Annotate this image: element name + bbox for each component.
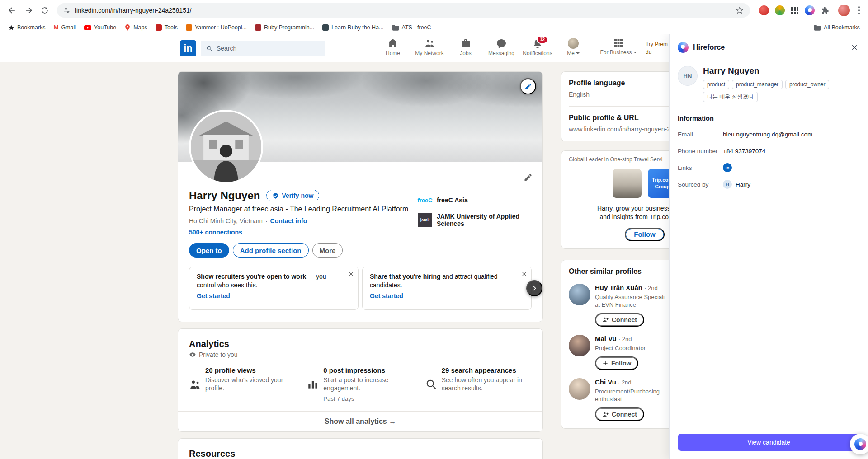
tag: product [703,80,729,89]
linkedin-logo[interactable]: in [180,40,196,56]
close-panel-button[interactable] [849,42,860,53]
view-candidate-button[interactable]: View candidate [678,434,860,451]
ad-follow-button[interactable]: Follow [625,228,665,241]
bookmark-item-maps[interactable]: Maps [121,23,151,33]
show-all-analytics-link[interactable]: Show all analytics → [178,411,542,431]
search-icon [206,45,213,52]
close-icon[interactable] [348,271,354,277]
bookmark-item-ats-freec[interactable]: ATS - freeC [388,23,435,32]
profile-photo[interactable] [189,110,263,184]
avatar[interactable] [569,335,590,356]
search-appearances-stat[interactable]: 29 search appearancesSee how often you a… [425,366,532,402]
youtube-icon [84,24,91,31]
premium-text-line2: du [646,48,668,56]
bookmark-item-tools[interactable]: Tools [152,23,181,32]
connect-button[interactable]: Connect [595,313,644,327]
bookmark-item-gmail[interactable]: MGmail [50,23,80,32]
person-name[interactable]: Huy Trần Xuân [595,284,642,291]
hireforce-body: HN Harry Nguyen product product_manager … [670,61,868,427]
site-info-icon[interactable] [63,7,71,14]
ruby-book-icon [255,24,261,31]
avatar[interactable] [569,284,590,305]
back-button[interactable] [5,3,20,18]
connections-link[interactable]: 500+ connections [189,229,532,236]
eye-icon [189,351,196,358]
browser-menu-button[interactable] [854,4,863,17]
grid-extension-icon[interactable] [791,6,799,14]
information-heading: Information [678,115,860,122]
bookmark-item-yammer[interactable]: Yammer : UoPeopl... [182,23,250,32]
search-input[interactable] [217,45,320,52]
connection-degree: · 2nd [644,285,658,291]
address-bar[interactable]: linkedin.com/in/harry-nguyen-24a258151/ [57,3,750,18]
extension-icon[interactable] [775,5,785,15]
contact-info-link[interactable]: Contact info [270,217,307,225]
person-name[interactable]: Mai Vu [595,335,617,342]
extensions-puzzle-icon[interactable] [821,6,829,15]
get-started-link[interactable]: Get started [370,292,518,300]
stat-sub: Past 7 days [323,395,413,402]
stat-desc: Discover who's viewed your profile. [205,376,295,392]
open-to-button[interactable]: Open to [189,243,229,258]
post-impressions-stat[interactable]: 0 post impressionsStart a post to increa… [307,366,413,402]
more-button[interactable]: More [312,243,343,258]
candidate-tags: product product_manager product_owner 나는… [703,80,860,102]
browser-profile-avatar[interactable] [838,5,850,16]
nav-divider [598,41,598,56]
edit-intro-button[interactable] [524,173,533,182]
extensions-row [755,5,834,15]
nav-messaging[interactable]: Messaging [483,38,519,56]
avatar[interactable] [569,378,590,400]
adblock-extension-icon[interactable] [759,5,769,15]
bookmark-label: YouTube [94,24,116,31]
bookmark-item-learn-ruby[interactable]: Learn Ruby the Ha... [319,23,387,32]
try-premium-link[interactable]: Try Prem du [646,41,668,56]
nav-for-business[interactable]: For Business [599,38,637,56]
edit-cover-button[interactable] [520,78,536,94]
bookmark-star-icon[interactable] [736,6,744,14]
refresh-button[interactable] [37,3,52,18]
close-icon[interactable] [521,271,528,277]
chat-icon [496,38,507,49]
phone-row: Phone number +84 937397074 [678,146,860,155]
hireforce-title: Hireforce [693,43,725,52]
all-bookmarks-button[interactable]: All Bookmarks [810,23,863,32]
profile-views-stat[interactable]: 20 profile viewsDiscover who's viewed yo… [189,366,295,402]
nav-me[interactable]: Me [555,38,591,56]
verify-now-button[interactable]: Verify now [266,190,319,201]
forward-button[interactable] [21,3,36,18]
search-box[interactable] [201,41,326,56]
hireforce-extension-icon[interactable] [805,5,815,15]
main-column: Harry Nguyen Verify now Project Manager … [178,72,542,459]
bookmark-item-youtube[interactable]: YouTube [80,23,120,33]
card-text-bold: Share that you're hiring [370,273,441,280]
next-cards-button[interactable] [526,280,542,296]
follow-button[interactable]: Follow [595,356,638,370]
person-add-icon [602,411,609,418]
tag: product_owner [785,80,829,89]
refresh-icon [41,6,49,14]
bookmark-label: Tools [165,24,178,31]
hireforce-bubble[interactable] [850,434,868,454]
nav-home[interactable]: Home [375,38,411,56]
jamk-logo: jamk [418,213,432,227]
star-icon [8,24,14,31]
nav-jobs[interactable]: Jobs [448,38,484,56]
sourcer-name: Harry [736,181,750,188]
connect-button[interactable]: Connect [595,407,644,421]
person-name[interactable]: Chi Vu [595,378,616,386]
nav-notifications[interactable]: Notifications 12 [519,38,556,56]
get-started-link[interactable]: Get started [197,292,344,300]
plus-icon [602,360,609,366]
add-profile-section-button[interactable]: Add profile section [233,243,309,258]
nav-my-network[interactable]: My Network [411,38,448,56]
linkedin-link-icon[interactable]: in [723,163,732,172]
phone-value: +84 937397074 [723,148,765,155]
profile-orgs: freeC freeC Asia jamk JAMK University of… [418,193,532,227]
education[interactable]: jamk JAMK University of Applied Sciences [418,213,532,227]
links-label: Links [678,164,723,171]
current-company[interactable]: freeC freeC Asia [418,193,532,207]
bookmark-label: Learn Ruby the Ha... [331,24,383,31]
bookmark-item-ruby[interactable]: Ruby Programmin... [251,23,318,32]
bookmark-item-bookmarks[interactable]: Bookmarks [5,23,49,32]
